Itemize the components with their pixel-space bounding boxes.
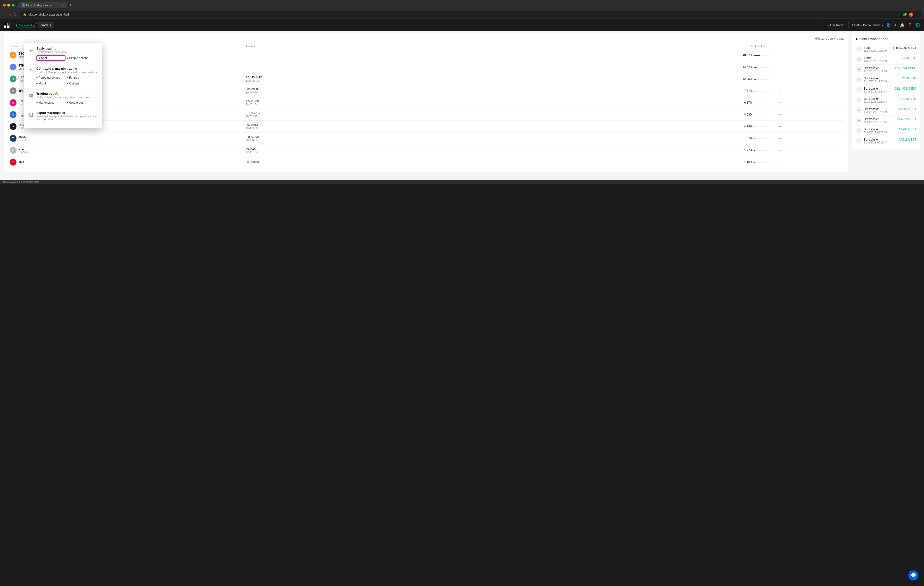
options-item[interactable]: Options: [67, 81, 96, 86]
more-button[interactable]: ···: [778, 124, 781, 129]
tx-amount: 11.4871 USDT: [897, 118, 916, 121]
coin-fullname: Litecoin: [18, 151, 28, 154]
transaction-item: ↔ Bot transfer 11/16/2022, 12:31:06 0.24…: [856, 75, 916, 85]
minimize-dot[interactable]: [7, 3, 10, 7]
liquid-icon: 📋: [28, 111, 34, 117]
spot-menu-item[interactable]: Spot: [36, 55, 66, 61]
margin-item[interactable]: Margin: [36, 81, 66, 86]
live-trading-button[interactable]: ← Live trading: [823, 22, 849, 28]
user-icon[interactable]: 👤: [886, 23, 891, 27]
amount-value: 17,445.5412: [246, 76, 436, 79]
amount-cell: 9,000.0000 $6,334.65: [244, 132, 437, 144]
more-button[interactable]: ···: [778, 89, 781, 93]
contracts-section: ⚙ Contracts & margin trading Trade a ful…: [28, 67, 98, 86]
portfolio-fill: [754, 114, 755, 115]
browser-tab[interactable]: 🔷 Demo trading assets - The Le... ×: [18, 2, 67, 8]
status-bar: https://www.okx.com/trade-spot: [0, 180, 924, 184]
more-button[interactable]: ···: [778, 113, 781, 117]
table-row: T TUSD TrueUSD 9,000.0000 $6,334.65 4.7%: [8, 132, 845, 144]
more-button[interactable]: ···: [778, 65, 781, 69]
language-icon[interactable]: 🌐: [915, 23, 920, 27]
more-button[interactable]: ···: [778, 77, 781, 81]
new-tab-button[interactable]: +: [68, 3, 73, 7]
coin-info: T TUSD TrueUSD: [10, 135, 242, 142]
crypto-table: Crypto Amount % of portfolio ₿ BTC Bitco…: [8, 43, 845, 168]
liquid-marketplace-section: 📋 Liquid Marketplace Instantly trade spo…: [28, 111, 98, 121]
amount-cell: 30,000.000: [244, 156, 437, 168]
svg-rect-4: [4, 23, 6, 25]
actions-cell: ···: [776, 73, 845, 85]
back-button[interactable]: ←: [3, 13, 6, 17]
coin-info: Ł LTC Litecoin: [10, 147, 242, 154]
profile-icon[interactable]: J: [909, 12, 913, 17]
table-row: T TRX 30,000.000 1.40% ···: [8, 156, 845, 168]
forward-button[interactable]: →: [8, 13, 12, 17]
amount-cell: 6,709.7277 $6,709.25: [244, 109, 437, 121]
coin-symbol: JFI: [18, 89, 23, 93]
marketplace-item[interactable]: Marketplace: [36, 101, 66, 105]
portfolio-bar: [754, 114, 769, 115]
amount-cell: 17,445.5412 $17,444.31: [244, 73, 437, 85]
create-bot-dot: [67, 102, 68, 103]
coin-name-group: OKB OKB: [18, 123, 25, 130]
status-url: https://www.okx.com/trade-spot: [2, 180, 39, 183]
tx-date: 11/09/2022, 09:08:37: [864, 141, 887, 144]
assets-label: Assets - Demo trading: [852, 23, 881, 27]
portfolio-bar: [754, 162, 769, 163]
actions-cell: ···: [776, 156, 845, 168]
hide-zero-checkbox[interactable]: [810, 37, 813, 40]
help-icon[interactable]: ❓: [908, 23, 912, 27]
simple-options-menu-item[interactable]: Simple options: [67, 55, 96, 61]
trade-menu-button[interactable]: Trade ▾: [38, 22, 53, 28]
portfolio-cell: 1.77%: [437, 144, 776, 156]
pct-value: 40.07%: [742, 53, 752, 57]
close-dot[interactable]: [3, 3, 6, 7]
more-button[interactable]: ···: [778, 148, 781, 152]
more-button[interactable]: ···: [778, 101, 781, 105]
amount-value: 6,709.7277: [246, 111, 436, 115]
coin-name-group: TUSD TrueUSD: [18, 135, 30, 142]
svg-rect-5: [8, 23, 9, 25]
hide-zero-toggle[interactable]: Hide zero equity crypto: [810, 37, 845, 40]
assets-dropdown-button[interactable]: Assets - Demo trading ▾: [852, 23, 883, 27]
transaction-item: ↔ Bot transfer 11/09/2022, 15:25:29 4.09…: [856, 105, 916, 116]
portfolio-bar: [754, 138, 769, 139]
tx-icon: ↔: [856, 46, 862, 52]
logo[interactable]: [4, 23, 13, 28]
create-bot-item[interactable]: Create bot: [67, 101, 96, 105]
portfolio-fill: [754, 138, 755, 139]
more-button[interactable]: ···: [778, 136, 781, 141]
demo-trading-badge[interactable]: Demo trading: [16, 23, 37, 27]
transaction-item: ↔ Bot transfer 11/16/2022, 12:10:54 0.40…: [856, 95, 916, 105]
menu-icon[interactable]: ⋮: [915, 12, 919, 17]
notifications-icon[interactable]: 🔔: [900, 23, 904, 27]
amount-value: 302.8944: [246, 123, 436, 127]
table-row: Ł LTC Litecoin 30.0000 $2,381.23 1.77%: [8, 144, 845, 156]
futures-item[interactable]: Futures: [67, 76, 96, 80]
download-icon[interactable]: ⬇: [894, 23, 897, 27]
tx-icon: ↔: [856, 56, 862, 62]
tx-type: Bot transfer: [864, 118, 887, 121]
coin-icon: ⊜: [10, 88, 16, 94]
coin-symbol: TUSD: [18, 135, 30, 139]
trade-label: Trade: [40, 23, 48, 27]
tx-info: Bot transfer 11/09/2022, 15:25:29: [864, 107, 887, 113]
more-button[interactable]: ···: [778, 160, 781, 164]
refresh-button[interactable]: ↻: [13, 13, 16, 17]
tx-icon: ↔: [856, 66, 862, 72]
tx-left: ↔ Bot transfer 11/16/2022, 12:10:54: [856, 97, 887, 103]
coin-symbol: LTC: [18, 147, 28, 151]
address-bar[interactable]: okx.com/balance/assets/unified: [28, 13, 896, 16]
tx-info: Trade 12/06/2022, 10:59:09: [864, 56, 887, 62]
tx-type: Bot transfer: [864, 107, 887, 111]
okx-logo-svg: [4, 23, 13, 28]
maximize-dot[interactable]: [12, 3, 15, 7]
portfolio-fill: [754, 55, 760, 56]
tab-close-button[interactable]: ×: [62, 3, 64, 7]
extensions-icon[interactable]: 🧩: [903, 12, 907, 17]
trading-bot-subtitle: Multiple strategies to help you trade wi…: [36, 96, 91, 99]
simple-options-label: Simple options: [69, 56, 88, 60]
more-button[interactable]: ···: [778, 53, 781, 57]
bookmark-icon[interactable]: ☆: [898, 12, 901, 17]
perpetual-swaps-item[interactable]: Perpetual swaps: [36, 76, 66, 80]
